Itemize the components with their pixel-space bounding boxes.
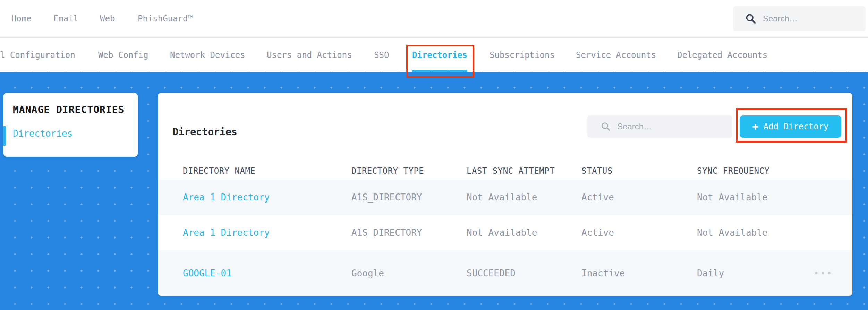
cell-directory-name[interactable]: Area 1 Directory bbox=[183, 180, 270, 215]
cell-status: Active bbox=[581, 215, 614, 250]
cell-last-sync-attempt: Not Available bbox=[467, 215, 537, 250]
cell-directory-name[interactable]: GOOGLE-01 bbox=[183, 250, 232, 296]
cell-status: Active bbox=[581, 180, 614, 215]
add-directory-button-label: Add Directory bbox=[764, 122, 829, 131]
cell-directory-type: A1S_DIRECTORY bbox=[351, 180, 422, 215]
column-header-status: STATUS bbox=[581, 162, 613, 180]
top-bar: Home Email Web PhishGuard™ bbox=[0, 0, 868, 38]
cell-status: Inactive bbox=[581, 250, 625, 296]
page-title: Directories bbox=[172, 126, 237, 138]
sidebar-item-directories[interactable]: Directories bbox=[13, 128, 73, 139]
nav-item-phishguard[interactable]: PhishGuard™ bbox=[138, 0, 193, 37]
column-header-sync-frequency: SYNC FREQUENCY bbox=[697, 162, 769, 180]
column-header-directory-type: DIRECTORY TYPE bbox=[351, 162, 424, 180]
cell-last-sync-attempt: SUCCEEDED bbox=[467, 250, 516, 296]
cell-sync-frequency: Not Available bbox=[697, 180, 768, 215]
tab-web-config[interactable]: Web Config bbox=[98, 38, 148, 72]
active-item-accent-bar bbox=[3, 126, 6, 146]
nav-item-web[interactable]: Web bbox=[100, 0, 115, 37]
plus-icon: + bbox=[752, 121, 759, 132]
directories-panel: Directories + Add Directory DIRECTORY NA… bbox=[158, 93, 852, 296]
cell-directory-type: Google bbox=[351, 250, 384, 296]
table-row: GOOGLE-01 Google SUCCEEDED Inactive Dail… bbox=[158, 250, 852, 296]
global-search-input[interactable] bbox=[762, 14, 861, 24]
sidebar-card-title: MANAGE DIRECTORIES bbox=[13, 104, 124, 115]
tab-subscriptions[interactable]: Subscriptions bbox=[490, 38, 555, 72]
search-icon bbox=[745, 13, 757, 25]
global-search-box[interactable] bbox=[733, 6, 866, 31]
cell-last-sync-attempt: Not Available bbox=[467, 180, 537, 215]
cell-directory-type: A1S_DIRECTORY bbox=[351, 215, 422, 250]
column-header-directory-name: DIRECTORY NAME bbox=[183, 162, 255, 180]
nav-item-email[interactable]: Email bbox=[53, 0, 78, 37]
cell-sync-frequency: Not Available bbox=[697, 215, 768, 250]
tab-users-and-actions[interactable]: Users and Actions bbox=[267, 38, 352, 72]
directories-search-input[interactable] bbox=[616, 121, 722, 132]
column-header-last-sync-attempt: LAST SYNC ATTEMPT bbox=[467, 162, 555, 180]
cell-directory-name[interactable]: Area 1 Directory bbox=[183, 215, 270, 250]
tab-delegated-accounts[interactable]: Delegated Accounts bbox=[677, 38, 767, 72]
tab-directories[interactable]: Directories bbox=[412, 38, 467, 72]
active-tab-underline bbox=[412, 70, 467, 72]
table-header-row: DIRECTORY NAME DIRECTORY TYPE LAST SYNC … bbox=[158, 162, 852, 180]
tab-network-devices[interactable]: Network Devices bbox=[170, 38, 245, 72]
tab-configuration[interactable]: l Configuration bbox=[0, 38, 75, 72]
search-icon bbox=[601, 121, 611, 132]
cell-sync-frequency: Daily bbox=[697, 250, 724, 296]
tab-directories-label: Directories bbox=[412, 50, 467, 60]
tab-service-accounts[interactable]: Service Accounts bbox=[576, 38, 656, 72]
manage-directories-card: MANAGE DIRECTORIES Directories bbox=[3, 93, 138, 157]
add-directory-button[interactable]: + Add Directory bbox=[740, 115, 841, 138]
tab-sso[interactable]: SSO bbox=[374, 38, 389, 72]
table-row: Area 1 Directory A1S_DIRECTORY Not Avail… bbox=[158, 180, 852, 215]
row-actions-menu-button[interactable]: ••• bbox=[814, 250, 833, 296]
screen: Home Email Web PhishGuard™ l Configurati… bbox=[0, 0, 868, 310]
directories-search-box[interactable] bbox=[587, 115, 732, 138]
nav-item-home[interactable]: Home bbox=[11, 0, 32, 37]
settings-tab-bar: l Configuration Web Config Network Devic… bbox=[0, 38, 868, 72]
table-row: Area 1 Directory A1S_DIRECTORY Not Avail… bbox=[158, 215, 852, 250]
